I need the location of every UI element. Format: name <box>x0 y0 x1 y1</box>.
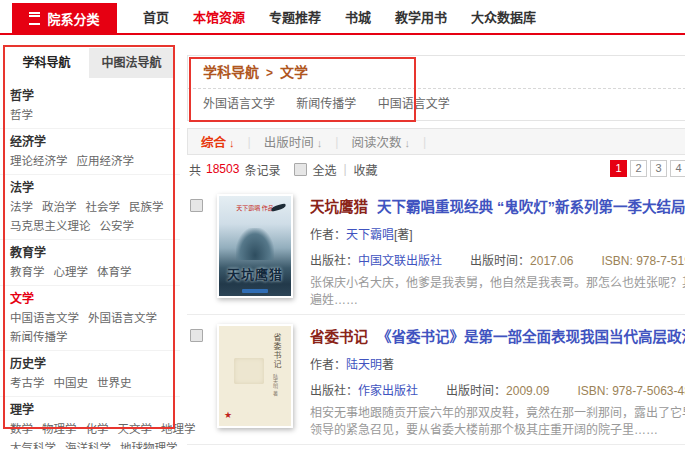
sidebar-item[interactable]: 大气科学 <box>10 442 56 449</box>
sort-publish-date[interactable]: 出版时间↓ <box>264 132 323 151</box>
breadcrumb-current: 文学 <box>280 64 308 80</box>
date-label: 出版时间： <box>446 384 506 398</box>
nav-item-library-resources[interactable]: 本馆资源 <box>193 7 245 26</box>
sidebar-item[interactable]: 外国语言文学 <box>88 312 157 324</box>
top-header: 院系分类 首页 本馆资源 专题推荐 书城 教学用书 大众数据库 <box>0 0 685 35</box>
book-cover[interactable]: 省委书记 陆天明 著 ★ <box>217 324 293 428</box>
book-title-link[interactable]: 省委书记 <box>310 329 368 345</box>
book-subtitle-link[interactable]: 《省委书记》是第一部全面表现我国当代高层政治生活和高层 <box>377 329 685 345</box>
filter-chinese-literature[interactable]: 中国语言文学 <box>378 97 450 111</box>
subject-group-economics: 经济学 理论经济学应用经济学 <box>0 128 180 174</box>
sidebar-item[interactable]: 教育学 <box>10 266 45 278</box>
arrow-down-icon: ↓ <box>405 137 411 149</box>
sidebar-item[interactable]: 社会学 <box>86 201 121 213</box>
book-description: 相安无事地跟随贡开宸六年的那双皮鞋，竟然在那一刹那间，露出了它早该显露的那种颓相… <box>310 405 685 439</box>
sidebar-item[interactable]: 应用经济学 <box>77 155 135 167</box>
cover-artwork <box>234 358 264 384</box>
sidebar-item[interactable]: 马克思主义理论 <box>10 220 91 232</box>
sidebar-item[interactable]: 物理学 <box>42 423 77 435</box>
group-title[interactable]: 经济学 <box>10 132 180 152</box>
publisher-label: 出版社： <box>310 384 358 398</box>
select-all-link[interactable]: 全选 <box>312 161 336 178</box>
divider: | <box>248 135 251 149</box>
sidebar-item[interactable]: 理论经济学 <box>10 155 68 167</box>
sidebar-item[interactable]: 考古学 <box>10 377 45 389</box>
group-title-active[interactable]: 文学 <box>10 289 180 309</box>
publish-date: 2017.06 <box>530 254 573 268</box>
subject-group-law: 法学 法学政治学社会学民族学 马克思主义理论公安学 <box>0 174 180 239</box>
sidebar-item[interactable]: 政治学 <box>42 201 77 213</box>
book-title-link[interactable]: 天坑鹰猎 <box>310 199 368 215</box>
publisher-link[interactable]: 中国文联出版社 <box>358 254 442 268</box>
filter-foreign-literature[interactable]: 外国语言文学 <box>203 97 275 111</box>
category-menu-button[interactable]: 院系分类 <box>12 3 117 33</box>
sidebar-item[interactable]: 地球物理学 <box>120 442 178 449</box>
sidebar-item[interactable]: 数学 <box>10 423 33 435</box>
book-subtitle-link[interactable]: 天下霸唱重现经典 “鬼吹灯”新系列第一季大结局 <box>377 199 685 215</box>
filter-journalism[interactable]: 新闻传播学 <box>296 97 356 111</box>
sidebar-item[interactable]: 心理学 <box>54 266 89 278</box>
sidebar-item[interactable]: 公安学 <box>100 220 135 232</box>
arrow-down-icon: ↓ <box>317 137 323 149</box>
arrow-down-icon: ↓ <box>229 137 235 149</box>
publisher-stamp-icon: ★ <box>224 411 232 420</box>
cover-artwork <box>236 228 274 260</box>
sidebar-item[interactable]: 体育学 <box>97 266 132 278</box>
sort-read-count[interactable]: 阅读次数↓ <box>352 132 411 151</box>
isbn-label: ISBN: <box>601 254 632 268</box>
sidebar-item[interactable]: 化学 <box>86 423 109 435</box>
sidebar-item[interactable]: 世界史 <box>97 377 132 389</box>
sort-label: 出版时间 <box>264 136 314 150</box>
author-link[interactable]: 陆天明 <box>346 358 382 372</box>
cover-author-text: 陆天明 著 <box>272 374 279 395</box>
sidebar-item[interactable]: 法学 <box>10 201 33 213</box>
publisher-link[interactable]: 作家出版社 <box>358 384 418 398</box>
description-line: 遍姓…… <box>310 293 358 307</box>
page-button-3[interactable]: 3 <box>650 160 667 177</box>
subject-group-philosophy: 哲学 哲学 <box>0 83 180 128</box>
book-checkbox[interactable] <box>190 199 203 212</box>
tab-clc-navigation[interactable]: 中图法导航 <box>89 48 174 78</box>
nav-item-teaching-books[interactable]: 教学用书 <box>395 7 447 26</box>
favorite-link[interactable]: 收藏 <box>354 161 378 178</box>
sidebar-item[interactable]: 天文学 <box>118 423 153 435</box>
sidebar-item[interactable]: 中国史 <box>54 377 89 389</box>
select-all-checkbox[interactable] <box>294 163 307 176</box>
nav-item-home[interactable]: 首页 <box>143 7 169 26</box>
results-bar: 共 18503 条记录 全选 | 收藏 1 2 3 4 5 <box>189 159 685 179</box>
group-title[interactable]: 哲学 <box>10 86 180 106</box>
page-button-4[interactable]: 4 <box>670 160 685 177</box>
breadcrumb-separator: > <box>266 66 273 80</box>
sidebar: 学科导航 中图法导航 哲学 哲学 经济学 理论经济学应用经济学 法学 法学政治学… <box>0 35 180 449</box>
group-title[interactable]: 历史学 <box>10 354 180 374</box>
nav-item-topic-recommend[interactable]: 专题推荐 <box>269 7 321 26</box>
page-button-2[interactable]: 2 <box>630 160 647 177</box>
sort-label: 综合 <box>201 136 226 150</box>
isbn-label: ISBN: <box>577 384 608 398</box>
nav-item-public-database[interactable]: 大众数据库 <box>471 7 536 26</box>
sidebar-item[interactable]: 哲学 <box>10 109 33 121</box>
group-title[interactable]: 理学 <box>10 400 180 420</box>
author-label: 作者： <box>310 228 346 242</box>
breadcrumb-root[interactable]: 学科导航 <box>203 64 259 80</box>
sidebar-item[interactable]: 海洋科学 <box>65 442 111 449</box>
cover-title-text: 省委书记 <box>271 333 282 369</box>
tab-subject-navigation[interactable]: 学科导航 <box>4 48 89 78</box>
nav-item-bookstore[interactable]: 书城 <box>345 7 371 26</box>
results-prefix: 共 <box>189 161 201 178</box>
book-cover[interactable]: 天下霸唱 作品 天坑鹰猎 <box>217 194 293 298</box>
sort-comprehensive[interactable]: 综合↓ <box>201 132 235 151</box>
cover-publisher-band <box>242 289 268 293</box>
group-title[interactable]: 法学 <box>10 178 180 198</box>
page-button-1[interactable]: 1 <box>610 160 627 177</box>
author-link[interactable]: 天下霸唱 <box>346 228 394 242</box>
book-info: 天坑鹰猎天下霸唱重现经典 “鬼吹灯”新系列第一季大结局 作者：天下霸唱[著] 出… <box>310 195 685 309</box>
sidebar-item[interactable]: 新闻传播学 <box>10 331 68 343</box>
group-title[interactable]: 教育学 <box>10 243 180 263</box>
description-line: 张保庆小名大庆，他爹是我表舅，他自然是我表哥。那怎么也姓张呢？其实不奇怪，“张王… <box>310 275 685 292</box>
sidebar-item[interactable]: 民族学 <box>129 201 164 213</box>
subject-group-education: 教育学 教育学心理学体育学 <box>0 239 180 285</box>
sidebar-item[interactable]: 中国语言文学 <box>10 312 79 324</box>
book-checkbox[interactable] <box>190 329 203 342</box>
author-label: 作者： <box>310 358 346 372</box>
